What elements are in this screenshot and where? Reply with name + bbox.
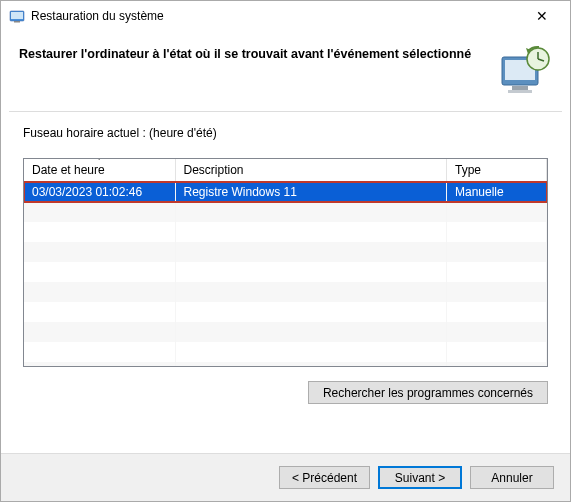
window-title: Restauration du système	[31, 9, 522, 23]
svg-rect-5	[512, 86, 528, 90]
restore-points-table[interactable]: ˅ Date et heure Description Type 03/03/2…	[23, 158, 548, 367]
table-header-row: ˅ Date et heure Description Type	[24, 159, 547, 182]
table-row-empty	[24, 222, 547, 242]
table-row-empty	[24, 282, 547, 302]
back-button[interactable]: < Précédent	[279, 466, 370, 489]
cancel-button[interactable]: Annuler	[470, 466, 554, 489]
sort-desc-icon: ˅	[97, 158, 102, 167]
scan-affected-button[interactable]: Rechercher les programmes concernés	[308, 381, 548, 404]
cell-datetime: 03/03/2023 01:02:46	[24, 182, 175, 203]
col-description[interactable]: Description	[175, 159, 447, 182]
svg-rect-2	[14, 21, 20, 23]
content-area: Fuseau horaire actuel : (heure d'été) ˅ …	[9, 111, 562, 414]
system-restore-icon	[9, 8, 25, 24]
next-button[interactable]: Suivant >	[378, 466, 462, 489]
svg-rect-1	[11, 12, 23, 19]
timezone-label: Fuseau horaire actuel : (heure d'été)	[23, 126, 548, 140]
titlebar: Restauration du système ✕	[1, 1, 570, 31]
table-row-empty	[24, 342, 547, 362]
table-row-empty	[24, 302, 547, 322]
page-heading: Restaurer l'ordinateur à l'état où il se…	[19, 43, 498, 61]
table-row-empty	[24, 362, 547, 367]
table-row-empty	[24, 262, 547, 282]
table-row-empty	[24, 242, 547, 262]
close-button[interactable]: ✕	[522, 2, 562, 30]
wizard-header: Restaurer l'ordinateur à l'état où il se…	[1, 31, 570, 99]
cell-description: Registre Windows 11	[175, 182, 447, 203]
cell-type: Manuelle	[447, 182, 547, 203]
wizard-footer: < Précédent Suivant > Annuler	[1, 453, 570, 501]
col-type[interactable]: Type	[447, 159, 547, 182]
restore-clock-icon	[498, 43, 552, 97]
svg-rect-6	[508, 90, 532, 93]
table-row-empty	[24, 322, 547, 342]
col-datetime[interactable]: ˅ Date et heure	[24, 159, 175, 182]
table-row[interactable]: 03/03/2023 01:02:46 Registre Windows 11 …	[24, 182, 547, 203]
table-row-empty	[24, 202, 547, 222]
